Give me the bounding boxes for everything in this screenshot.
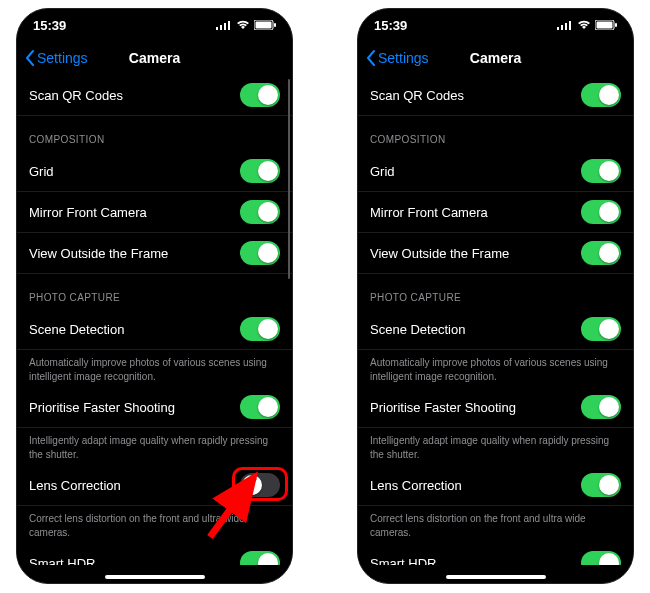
- navigation-bar: Settings Camera: [358, 41, 633, 75]
- row-scan-qr[interactable]: Scan QR Codes: [358, 75, 633, 116]
- row-label: View Outside the Frame: [29, 246, 168, 261]
- row-label: Grid: [370, 164, 395, 179]
- footer-lens-correction: Correct lens distortion on the front and…: [358, 506, 633, 543]
- row-label: Lens Correction: [29, 478, 121, 493]
- svg-rect-2: [224, 23, 226, 30]
- toggle-scene-detection[interactable]: [240, 317, 280, 341]
- phone-right: 15:39 Settings Camera Scan QR Codes COMP…: [357, 8, 634, 584]
- section-header-photo-capture: PHOTO CAPTURE: [358, 274, 633, 309]
- row-lens-correction[interactable]: Lens Correction: [17, 465, 292, 506]
- row-scene-detection[interactable]: Scene Detection: [358, 309, 633, 350]
- row-label: View Outside the Frame: [370, 246, 509, 261]
- home-indicator[interactable]: [446, 575, 546, 579]
- phone-left: 15:39 Settings Camera Scan QR Codes COMP…: [16, 8, 293, 584]
- toggle-scan-qr[interactable]: [240, 83, 280, 107]
- toggle-view-outside[interactable]: [581, 241, 621, 265]
- status-bar: 15:39: [17, 9, 292, 41]
- footer-prioritise: Intelligently adapt image quality when r…: [358, 428, 633, 465]
- toggle-prioritise[interactable]: [240, 395, 280, 419]
- svg-rect-13: [597, 22, 613, 29]
- home-indicator[interactable]: [105, 575, 205, 579]
- row-label: Lens Correction: [370, 478, 462, 493]
- section-header-composition: COMPOSITION: [17, 116, 292, 151]
- svg-rect-9: [561, 25, 563, 30]
- battery-icon: [595, 20, 617, 30]
- back-label: Settings: [37, 50, 88, 66]
- toggle-scan-qr[interactable]: [581, 83, 621, 107]
- toggle-grid[interactable]: [240, 159, 280, 183]
- settings-list: Scan QR Codes COMPOSITION Grid Mirror Fr…: [358, 75, 633, 565]
- svg-rect-14: [615, 23, 617, 27]
- svg-rect-1: [220, 25, 222, 30]
- row-label: Grid: [29, 164, 54, 179]
- row-mirror-front-camera[interactable]: Mirror Front Camera: [17, 192, 292, 233]
- row-label: Scan QR Codes: [29, 88, 123, 103]
- svg-rect-10: [565, 23, 567, 30]
- row-grid[interactable]: Grid: [17, 151, 292, 192]
- row-label: Smart HDR: [370, 556, 436, 566]
- back-button[interactable]: Settings: [25, 50, 88, 66]
- footer-scene-detection: Automatically improve photos of various …: [17, 350, 292, 387]
- signal-icon: [557, 20, 573, 30]
- svg-rect-11: [569, 21, 571, 30]
- back-button[interactable]: Settings: [366, 50, 429, 66]
- status-time: 15:39: [33, 18, 66, 33]
- row-view-outside-frame[interactable]: View Outside the Frame: [358, 233, 633, 274]
- toggle-mirror[interactable]: [581, 200, 621, 224]
- navigation-bar: Settings Camera: [17, 41, 292, 75]
- toggle-prioritise[interactable]: [581, 395, 621, 419]
- section-header-composition: COMPOSITION: [358, 116, 633, 151]
- toggle-view-outside[interactable]: [240, 241, 280, 265]
- section-header-photo-capture: PHOTO CAPTURE: [17, 274, 292, 309]
- chevron-left-icon: [25, 50, 35, 66]
- row-label: Scene Detection: [370, 322, 465, 337]
- status-icons: [557, 20, 617, 30]
- wifi-icon: [577, 20, 591, 30]
- back-label: Settings: [378, 50, 429, 66]
- row-label: Mirror Front Camera: [370, 205, 488, 220]
- row-label: Prioritise Faster Shooting: [29, 400, 175, 415]
- row-label: Scene Detection: [29, 322, 124, 337]
- toggle-grid[interactable]: [581, 159, 621, 183]
- row-scene-detection[interactable]: Scene Detection: [17, 309, 292, 350]
- svg-rect-0: [216, 27, 218, 30]
- status-icons: [216, 20, 276, 30]
- toggle-smart-hdr[interactable]: [581, 551, 621, 565]
- chevron-left-icon: [366, 50, 376, 66]
- svg-rect-3: [228, 21, 230, 30]
- row-mirror-front-camera[interactable]: Mirror Front Camera: [358, 192, 633, 233]
- footer-scene-detection: Automatically improve photos of various …: [358, 350, 633, 387]
- row-scan-qr[interactable]: Scan QR Codes: [17, 75, 292, 116]
- row-label: Scan QR Codes: [370, 88, 464, 103]
- toggle-lens-correction[interactable]: [240, 473, 280, 497]
- row-smart-hdr[interactable]: Smart HDR: [17, 543, 292, 565]
- toggle-scene-detection[interactable]: [581, 317, 621, 341]
- signal-icon: [216, 20, 232, 30]
- row-smart-hdr[interactable]: Smart HDR: [358, 543, 633, 565]
- row-label: Prioritise Faster Shooting: [370, 400, 516, 415]
- svg-rect-6: [274, 23, 276, 27]
- footer-lens-correction: Correct lens distortion on the front and…: [17, 506, 292, 543]
- row-label: Smart HDR: [29, 556, 95, 566]
- footer-prioritise: Intelligently adapt image quality when r…: [17, 428, 292, 465]
- row-grid[interactable]: Grid: [358, 151, 633, 192]
- row-lens-correction[interactable]: Lens Correction: [358, 465, 633, 506]
- toggle-mirror[interactable]: [240, 200, 280, 224]
- toggle-lens-correction[interactable]: [581, 473, 621, 497]
- row-prioritise-faster-shooting[interactable]: Prioritise Faster Shooting: [17, 387, 292, 428]
- svg-rect-8: [557, 27, 559, 30]
- toggle-smart-hdr[interactable]: [240, 551, 280, 565]
- status-time: 15:39: [374, 18, 407, 33]
- svg-rect-5: [256, 22, 272, 29]
- wifi-icon: [236, 20, 250, 30]
- settings-list: Scan QR Codes COMPOSITION Grid Mirror Fr…: [17, 75, 292, 565]
- row-view-outside-frame[interactable]: View Outside the Frame: [17, 233, 292, 274]
- row-label: Mirror Front Camera: [29, 205, 147, 220]
- status-bar: 15:39: [358, 9, 633, 41]
- scrollbar[interactable]: [288, 79, 290, 279]
- battery-icon: [254, 20, 276, 30]
- row-prioritise-faster-shooting[interactable]: Prioritise Faster Shooting: [358, 387, 633, 428]
